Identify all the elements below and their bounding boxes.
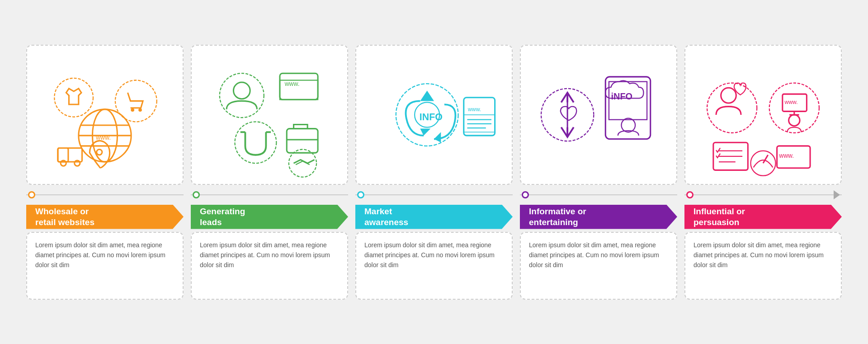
upper-card-5: www. www. xyxy=(684,45,842,185)
timeline-dot-3 xyxy=(357,191,364,198)
timeline-dot-5 xyxy=(686,191,693,198)
icon-awareness: INFO www. xyxy=(356,46,512,184)
column-1: www. xyxy=(23,45,187,300)
timeline-dot-1 xyxy=(28,191,35,198)
svg-point-18 xyxy=(220,73,264,118)
svg-point-8 xyxy=(138,108,142,112)
timeline-arrow-end xyxy=(834,190,840,199)
icon-leads: www. xyxy=(192,46,347,184)
column-5: www. www. xyxy=(681,45,845,300)
timeline-dot-4 xyxy=(522,191,529,198)
arrow-label-2: Generating leads xyxy=(191,205,348,229)
timeline-dot-2 xyxy=(193,191,200,198)
svg-rect-12 xyxy=(58,148,68,162)
lower-card-1: Lorem ipsum dolor sit dim amet, mea regi… xyxy=(26,232,184,300)
upper-card-3: INFO www. xyxy=(355,45,513,185)
svg-text:www.: www. xyxy=(284,80,300,87)
svg-text:www.: www. xyxy=(784,99,797,105)
lower-card-3: Lorem ipsum dolor sit dim amet, mea regi… xyxy=(355,232,513,300)
svg-point-19 xyxy=(233,82,250,99)
infographic: www. xyxy=(23,45,845,300)
arrow-label-5: Influential or persuasion xyxy=(684,205,842,229)
icon-informative: iNFO xyxy=(521,46,676,184)
svg-point-7 xyxy=(131,108,134,112)
arrow-label-4: Informative or entertaining xyxy=(520,205,677,229)
svg-text:www.: www. xyxy=(467,106,481,113)
arrow-label-1: Wholesale or retail websites xyxy=(26,205,184,229)
lower-card-4: Lorem ipsum dolor sit dim amet, mea regi… xyxy=(520,232,677,300)
svg-text:www.: www. xyxy=(95,134,111,141)
column-3: INFO www. Market awareness xyxy=(352,45,516,300)
main-content: www. xyxy=(23,45,845,300)
upper-card-4: iNFO xyxy=(520,45,677,185)
svg-point-41 xyxy=(707,83,757,132)
svg-rect-27 xyxy=(464,97,495,135)
arrow-label-3: Market awareness xyxy=(355,205,513,229)
column-2: www. xyxy=(187,45,352,300)
lower-card-5: Lorem ipsum dolor sit dim amet, mea regi… xyxy=(684,232,842,300)
svg-point-10 xyxy=(97,149,102,155)
svg-point-36 xyxy=(621,118,635,132)
column-4: iNFO xyxy=(516,45,681,300)
icon-wholesale: www. xyxy=(27,46,183,184)
svg-rect-33 xyxy=(605,76,650,139)
svg-rect-11 xyxy=(58,148,82,162)
svg-point-9 xyxy=(54,78,93,117)
svg-text:iNFO: iNFO xyxy=(611,91,632,101)
svg-point-42 xyxy=(721,88,736,103)
svg-text:www.: www. xyxy=(778,152,794,159)
upper-card-1: www. xyxy=(26,45,184,185)
lower-card-2: Lorem ipsum dolor sit dim amet, mea regi… xyxy=(191,232,348,300)
icon-influential: www. www. xyxy=(685,46,841,184)
upper-card-2: www. xyxy=(191,45,348,185)
svg-point-20 xyxy=(235,122,277,163)
svg-point-48 xyxy=(789,115,800,126)
